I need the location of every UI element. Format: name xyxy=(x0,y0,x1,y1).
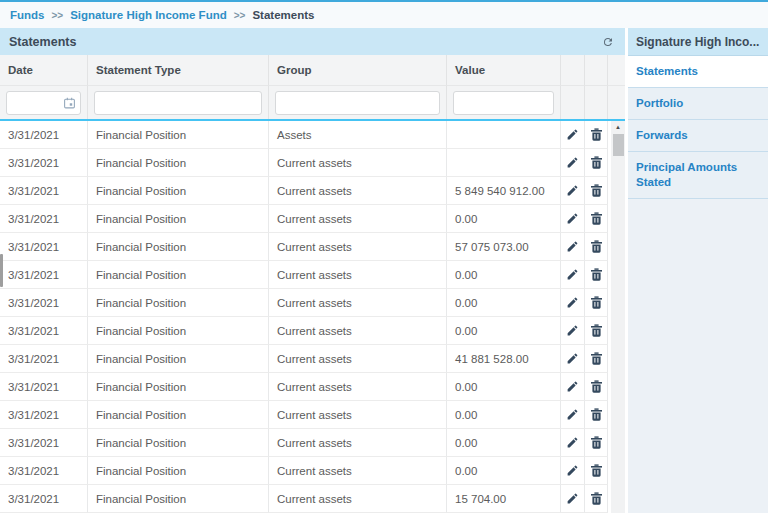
pencil-edit-icon xyxy=(566,464,579,477)
delete-row-button[interactable] xyxy=(585,177,608,205)
delete-row-button[interactable] xyxy=(585,261,608,289)
delete-row-button[interactable] xyxy=(585,429,608,457)
cell-date: 3/31/2021 xyxy=(0,485,88,513)
trash-delete-icon xyxy=(591,184,602,197)
value-filter-input[interactable] xyxy=(453,91,554,115)
trash-delete-icon xyxy=(591,324,602,337)
table-row[interactable]: 3/31/2021 Financial Position Current ass… xyxy=(0,289,608,317)
trash-delete-icon xyxy=(591,352,602,365)
edit-row-button[interactable] xyxy=(561,261,585,289)
sidebar-item-portfolio[interactable]: Portfolio xyxy=(628,88,768,120)
column-header-statement-type[interactable]: Statement Type xyxy=(88,55,269,86)
column-header-group[interactable]: Group xyxy=(269,55,447,86)
calendar-button[interactable] xyxy=(62,95,77,110)
cell-statement-type: Financial Position xyxy=(88,401,269,429)
delete-row-button[interactable] xyxy=(585,345,608,373)
edit-row-button[interactable] xyxy=(561,373,585,401)
edit-row-button[interactable] xyxy=(561,429,585,457)
edit-row-button[interactable] xyxy=(561,149,585,177)
edit-row-button[interactable] xyxy=(561,233,585,261)
breadcrumb-link-fund-name[interactable]: Signature High Income Fund xyxy=(70,9,227,21)
delete-row-button[interactable] xyxy=(585,233,608,261)
sidebar-item-principal-amounts-stated[interactable]: Principal Amounts Stated xyxy=(628,152,768,199)
edit-row-button[interactable] xyxy=(561,401,585,429)
cell-statement-type: Financial Position xyxy=(88,373,269,401)
cell-value: 41 881 528.00 xyxy=(447,345,561,373)
edit-row-button[interactable] xyxy=(561,289,585,317)
panel-header: Statements xyxy=(0,28,625,55)
trash-delete-icon xyxy=(591,156,602,169)
refresh-button[interactable] xyxy=(600,34,616,50)
breadcrumb-link-funds[interactable]: Funds xyxy=(10,9,45,21)
table-row[interactable]: 3/31/2021 Financial Position Current ass… xyxy=(0,261,608,289)
edit-row-button[interactable] xyxy=(561,177,585,205)
cell-date: 3/31/2021 xyxy=(0,401,88,429)
cell-group: Current assets xyxy=(269,429,447,457)
scroll-up-button[interactable]: ▲ xyxy=(611,121,625,133)
delete-row-button[interactable] xyxy=(585,317,608,345)
table-row[interactable]: 3/31/2021 Financial Position Assets xyxy=(0,121,608,149)
edit-row-button[interactable] xyxy=(561,485,585,513)
column-header-value[interactable]: Value xyxy=(447,55,561,86)
pencil-edit-icon xyxy=(566,296,579,309)
table-row[interactable]: 3/31/2021 Financial Position Current ass… xyxy=(0,373,608,401)
table-row[interactable]: 3/31/2021 Financial Position Current ass… xyxy=(0,149,608,177)
delete-row-button[interactable] xyxy=(585,289,608,317)
scrollbar-thumb[interactable] xyxy=(613,134,624,156)
delete-row-button[interactable] xyxy=(585,121,608,149)
table-row[interactable]: 3/31/2021 Financial Position Current ass… xyxy=(0,457,608,485)
table-filter-row xyxy=(0,86,625,121)
cell-group: Current assets xyxy=(269,485,447,513)
cell-group: Current assets xyxy=(269,317,447,345)
table-row[interactable]: 3/31/2021 Financial Position Current ass… xyxy=(0,401,608,429)
edit-row-button[interactable] xyxy=(561,205,585,233)
cell-date: 3/31/2021 xyxy=(0,177,88,205)
cell-value: 0.00 xyxy=(447,401,561,429)
table-row[interactable]: 3/31/2021 Financial Position Current ass… xyxy=(0,345,608,373)
trash-delete-icon xyxy=(591,492,602,505)
table-row[interactable]: 3/31/2021 Financial Position Current ass… xyxy=(0,317,608,345)
sidebar-fund-title: Signature High Inco... xyxy=(628,28,768,56)
table-header-row: Date Statement Type Group Value xyxy=(0,55,625,86)
statement-type-filter-input[interactable] xyxy=(94,91,262,115)
table-vertical-scrollbar: ▲ xyxy=(608,121,625,513)
cell-date: 3/31/2021 xyxy=(0,289,88,317)
table-row[interactable]: 3/31/2021 Financial Position Current ass… xyxy=(0,177,608,205)
pencil-edit-icon xyxy=(566,212,579,225)
cell-statement-type: Financial Position xyxy=(88,457,269,485)
window-scrollbar-thumb[interactable] xyxy=(0,254,3,287)
edit-row-button[interactable] xyxy=(561,345,585,373)
scrollbar-track[interactable]: ▲ xyxy=(611,121,625,513)
cell-date: 3/31/2021 xyxy=(0,373,88,401)
cell-group: Current assets xyxy=(269,457,447,485)
cell-statement-type: Financial Position xyxy=(88,345,269,373)
fund-sidebar: Signature High Inco... Statements Portfo… xyxy=(628,28,768,513)
delete-row-button[interactable] xyxy=(585,205,608,233)
delete-row-button[interactable] xyxy=(585,457,608,485)
cell-date: 3/31/2021 xyxy=(0,457,88,485)
sidebar-item-statements[interactable]: Statements xyxy=(628,56,768,88)
panel-title: Statements xyxy=(9,35,76,49)
trash-delete-icon xyxy=(591,436,602,449)
group-filter-input[interactable] xyxy=(275,91,440,115)
edit-row-button[interactable] xyxy=(561,457,585,485)
sidebar-item-forwards[interactable]: Forwards xyxy=(628,120,768,152)
edit-row-button[interactable] xyxy=(561,317,585,345)
delete-row-button[interactable] xyxy=(585,401,608,429)
edit-row-button[interactable] xyxy=(561,121,585,149)
table-row[interactable]: 3/31/2021 Financial Position Current ass… xyxy=(0,485,608,513)
table-row[interactable]: 3/31/2021 Financial Position Current ass… xyxy=(0,205,608,233)
trash-delete-icon xyxy=(591,464,602,477)
cell-statement-type: Financial Position xyxy=(88,233,269,261)
delete-row-button[interactable] xyxy=(585,373,608,401)
table-row[interactable]: 3/31/2021 Financial Position Current ass… xyxy=(0,429,608,457)
cell-value: 0.00 xyxy=(447,429,561,457)
scroll-column-header xyxy=(608,55,625,86)
column-header-date[interactable]: Date xyxy=(0,55,88,86)
table-row[interactable]: 3/31/2021 Financial Position Current ass… xyxy=(0,233,608,261)
cell-group: Current assets xyxy=(269,149,447,177)
delete-row-button[interactable] xyxy=(585,149,608,177)
trash-delete-icon xyxy=(591,240,602,253)
delete-row-button[interactable] xyxy=(585,485,608,513)
cell-value: 0.00 xyxy=(447,317,561,345)
